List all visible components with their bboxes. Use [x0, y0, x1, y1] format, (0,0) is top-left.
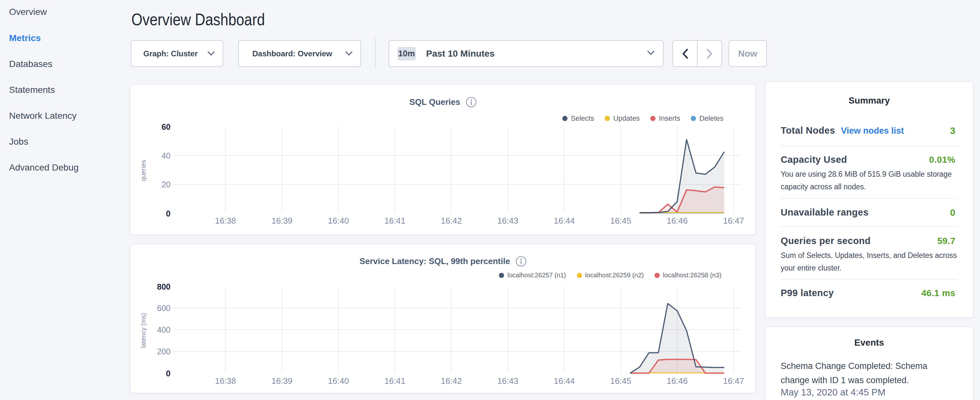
svg-text:400: 400 — [157, 325, 170, 334]
svg-text:16:40: 16:40 — [328, 216, 349, 226]
svg-text:16:46: 16:46 — [667, 216, 687, 226]
svg-text:16:41: 16:41 — [384, 216, 406, 226]
svg-text:60: 60 — [161, 122, 170, 131]
svg-text:16:43: 16:43 — [497, 216, 518, 226]
svg-text:600: 600 — [157, 304, 170, 312]
svg-text:0: 0 — [166, 369, 170, 378]
svg-text:16:44: 16:44 — [554, 376, 574, 386]
svg-text:queries: queries — [140, 160, 147, 181]
svg-text:latency (ms): latency (ms) — [140, 313, 147, 348]
svg-text:16:47: 16:47 — [723, 216, 744, 226]
svg-text:16:42: 16:42 — [441, 376, 462, 386]
svg-text:16:42: 16:42 — [441, 216, 462, 226]
svg-text:16:43: 16:43 — [497, 376, 518, 386]
svg-text:0: 0 — [166, 209, 170, 218]
svg-text:16:41: 16:41 — [384, 376, 406, 386]
svg-text:16:46: 16:46 — [667, 376, 687, 386]
svg-text:40: 40 — [161, 151, 170, 160]
svg-text:16:39: 16:39 — [272, 216, 293, 226]
svg-text:16:39: 16:39 — [272, 376, 293, 386]
svg-text:16:47: 16:47 — [723, 376, 744, 386]
svg-text:200: 200 — [157, 347, 170, 356]
svg-text:16:38: 16:38 — [215, 216, 236, 226]
svg-text:16:45: 16:45 — [610, 376, 631, 386]
svg-text:16:44: 16:44 — [554, 216, 574, 226]
svg-text:16:40: 16:40 — [328, 376, 349, 386]
svg-text:16:45: 16:45 — [610, 216, 631, 226]
svg-text:20: 20 — [161, 180, 170, 189]
svg-text:800: 800 — [157, 282, 170, 291]
svg-text:16:38: 16:38 — [215, 376, 236, 386]
